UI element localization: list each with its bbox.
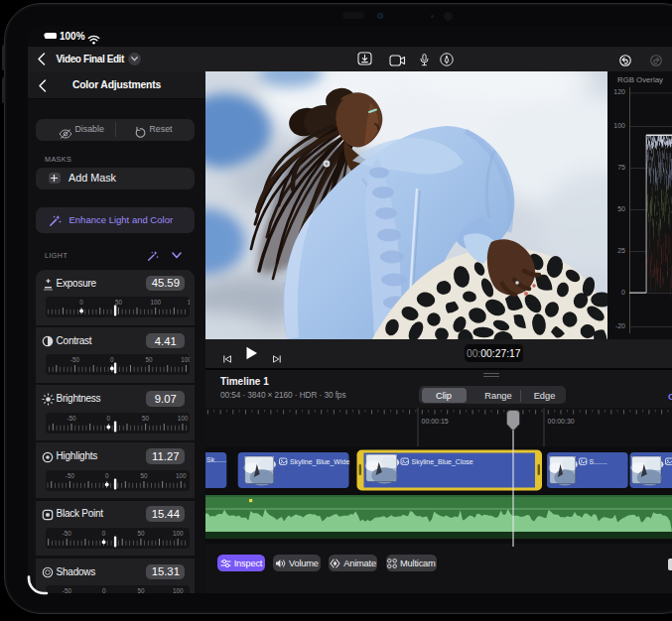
svg-text:50: 50	[146, 356, 154, 363]
svg-text:100: 100	[176, 471, 187, 478]
svg-text:50: 50	[141, 471, 149, 478]
svg-text:-50: -50	[66, 471, 75, 478]
svg-text:100: 100	[181, 356, 190, 363]
svg-text:0: 0	[107, 414, 111, 421]
svg-text:0: 0	[102, 529, 106, 536]
svg-text:00:00:30: 00:00:30	[548, 418, 575, 425]
svg-text:-50: -50	[67, 414, 77, 421]
svg-text:-50: -50	[63, 529, 72, 536]
svg-text:100: 100	[151, 299, 162, 306]
svg-text:00:00:15: 00:00:15	[422, 418, 449, 425]
svg-text:0: 0	[110, 356, 114, 363]
svg-text:100: 100	[173, 587, 184, 593]
svg-text:Skyline_Blue_Close: Skyline_Blue_Close	[412, 458, 473, 466]
svg-text:150: 150	[188, 299, 190, 306]
svg-text:0: 0	[105, 471, 109, 478]
svg-text:100: 100	[173, 529, 184, 536]
svg-text:0: 0	[80, 299, 84, 306]
svg-text:50: 50	[138, 529, 146, 536]
svg-text:S.......: S.......	[590, 458, 607, 465]
svg-text:-50: -50	[63, 587, 72, 593]
svg-text:-50: -50	[70, 356, 80, 363]
svg-text:50: 50	[138, 587, 146, 593]
svg-text:Skyline_Blue_Wide: Skyline_Blue_Wide	[290, 458, 349, 466]
svg-text:0: 0	[102, 587, 106, 593]
svg-text:Sk......: Sk......	[206, 456, 226, 463]
svg-text:50: 50	[142, 414, 150, 421]
svg-text:100: 100	[178, 414, 189, 421]
svg-text:50: 50	[115, 299, 123, 306]
